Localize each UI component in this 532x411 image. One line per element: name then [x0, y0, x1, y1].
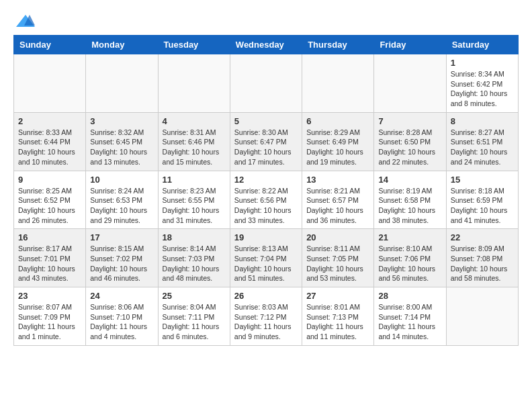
day-info: Sunrise: 8:23 AM Sunset: 6:55 PM Dayligh…	[163, 186, 226, 226]
day-info: Sunrise: 8:25 AM Sunset: 6:52 PM Dayligh…	[18, 186, 81, 226]
calendar-cell	[14, 54, 86, 113]
calendar-cell: 20Sunrise: 8:11 AM Sunset: 7:05 PM Dayli…	[302, 229, 374, 287]
header	[13, 13, 519, 28]
day-info: Sunrise: 8:13 AM Sunset: 7:04 PM Dayligh…	[234, 244, 298, 283]
calendar-cell: 1Sunrise: 8:34 AM Sunset: 6:42 PM Daylig…	[446, 54, 518, 113]
day-info: Sunrise: 8:19 AM Sunset: 6:58 PM Dayligh…	[378, 186, 441, 226]
calendar-cell: 21Sunrise: 8:10 AM Sunset: 7:06 PM Dayli…	[374, 229, 446, 287]
calendar-cell: 3Sunrise: 8:32 AM Sunset: 6:45 PM Daylig…	[86, 112, 158, 171]
day-info: Sunrise: 8:04 AM Sunset: 7:11 PM Dayligh…	[163, 302, 226, 342]
day-number: 6	[306, 116, 369, 126]
day-number: 10	[90, 175, 153, 185]
day-number: 28	[378, 291, 441, 301]
day-info: Sunrise: 8:14 AM Sunset: 7:03 PM Dayligh…	[163, 244, 226, 283]
day-number: 12	[234, 175, 298, 185]
day-number: 19	[234, 232, 298, 242]
calendar-cell: 18Sunrise: 8:14 AM Sunset: 7:03 PM Dayli…	[158, 229, 230, 287]
day-number: 22	[451, 232, 514, 242]
calendar-cell: 11Sunrise: 8:23 AM Sunset: 6:55 PM Dayli…	[158, 171, 230, 229]
day-info: Sunrise: 8:22 AM Sunset: 6:56 PM Dayligh…	[234, 186, 298, 226]
calendar-cell: 16Sunrise: 8:17 AM Sunset: 7:01 PM Dayli…	[14, 229, 86, 287]
day-info: Sunrise: 8:29 AM Sunset: 6:49 PM Dayligh…	[306, 128, 369, 167]
calendar-row-3: 16Sunrise: 8:17 AM Sunset: 7:01 PM Dayli…	[14, 229, 519, 287]
weekday-header-sunday: Sunday	[14, 36, 86, 54]
calendar-cell: 8Sunrise: 8:27 AM Sunset: 6:51 PM Daylig…	[446, 112, 518, 171]
calendar-table: SundayMondayTuesdayWednesdayThursdayFrid…	[13, 35, 519, 346]
calendar-cell: 6Sunrise: 8:29 AM Sunset: 6:49 PM Daylig…	[302, 112, 374, 171]
calendar-cell: 17Sunrise: 8:15 AM Sunset: 7:02 PM Dayli…	[86, 229, 158, 287]
day-number: 18	[163, 232, 226, 242]
day-info: Sunrise: 8:17 AM Sunset: 7:01 PM Dayligh…	[18, 244, 81, 283]
day-number: 21	[378, 232, 441, 242]
day-number: 27	[306, 291, 369, 301]
calendar-row-1: 2Sunrise: 8:33 AM Sunset: 6:44 PM Daylig…	[14, 112, 519, 171]
day-info: Sunrise: 8:33 AM Sunset: 6:44 PM Dayligh…	[18, 128, 81, 167]
calendar-cell: 23Sunrise: 8:07 AM Sunset: 7:09 PM Dayli…	[14, 287, 86, 346]
calendar-cell	[446, 287, 518, 346]
day-number: 5	[234, 116, 298, 126]
day-number: 13	[306, 175, 369, 185]
day-number: 20	[306, 232, 369, 242]
calendar-cell: 26Sunrise: 8:03 AM Sunset: 7:12 PM Dayli…	[230, 287, 302, 346]
day-info: Sunrise: 8:31 AM Sunset: 6:46 PM Dayligh…	[163, 128, 226, 167]
weekday-header-saturday: Saturday	[446, 36, 518, 54]
day-info: Sunrise: 8:01 AM Sunset: 7:13 PM Dayligh…	[306, 302, 369, 342]
day-number: 11	[163, 175, 226, 185]
day-info: Sunrise: 8:27 AM Sunset: 6:51 PM Dayligh…	[451, 128, 514, 167]
calendar-cell: 24Sunrise: 8:06 AM Sunset: 7:10 PM Dayli…	[86, 287, 158, 346]
day-info: Sunrise: 8:30 AM Sunset: 6:47 PM Dayligh…	[234, 128, 298, 167]
day-number: 25	[163, 291, 226, 301]
calendar-cell: 14Sunrise: 8:19 AM Sunset: 6:58 PM Dayli…	[374, 171, 446, 229]
day-number: 26	[234, 291, 298, 301]
day-number: 24	[90, 291, 153, 301]
day-number: 23	[18, 291, 81, 301]
calendar-cell: 2Sunrise: 8:33 AM Sunset: 6:44 PM Daylig…	[14, 112, 86, 171]
day-number: 1	[451, 58, 514, 68]
day-number: 16	[18, 232, 81, 242]
day-info: Sunrise: 8:28 AM Sunset: 6:50 PM Dayligh…	[378, 128, 441, 167]
day-info: Sunrise: 8:21 AM Sunset: 6:57 PM Dayligh…	[306, 186, 369, 226]
weekday-header-wednesday: Wednesday	[230, 36, 302, 54]
calendar-cell: 15Sunrise: 8:18 AM Sunset: 6:59 PM Dayli…	[446, 171, 518, 229]
day-info: Sunrise: 8:07 AM Sunset: 7:09 PM Dayligh…	[18, 302, 81, 342]
day-info: Sunrise: 8:32 AM Sunset: 6:45 PM Dayligh…	[90, 128, 153, 167]
calendar-cell: 27Sunrise: 8:01 AM Sunset: 7:13 PM Dayli…	[302, 287, 374, 346]
weekday-header-thursday: Thursday	[302, 36, 374, 54]
calendar-row-4: 23Sunrise: 8:07 AM Sunset: 7:09 PM Dayli…	[14, 287, 519, 346]
weekday-header-monday: Monday	[86, 36, 158, 54]
day-number: 7	[378, 116, 441, 126]
day-number: 3	[90, 116, 153, 126]
logo-icon	[16, 13, 35, 28]
day-number: 4	[163, 116, 226, 126]
day-info: Sunrise: 8:34 AM Sunset: 6:42 PM Dayligh…	[451, 69, 514, 109]
calendar-header: SundayMondayTuesdayWednesdayThursdayFrid…	[14, 36, 519, 54]
day-info: Sunrise: 8:15 AM Sunset: 7:02 PM Dayligh…	[90, 244, 153, 283]
day-info: Sunrise: 8:18 AM Sunset: 6:59 PM Dayligh…	[451, 186, 514, 226]
day-number: 17	[90, 232, 153, 242]
day-info: Sunrise: 8:10 AM Sunset: 7:06 PM Dayligh…	[378, 244, 441, 283]
day-number: 14	[378, 175, 441, 185]
day-info: Sunrise: 8:06 AM Sunset: 7:10 PM Dayligh…	[90, 302, 153, 342]
calendar-cell	[158, 54, 230, 113]
calendar-cell: 10Sunrise: 8:24 AM Sunset: 6:53 PM Dayli…	[86, 171, 158, 229]
day-number: 2	[18, 116, 81, 126]
day-info: Sunrise: 8:09 AM Sunset: 7:08 PM Dayligh…	[451, 244, 514, 283]
calendar-cell	[86, 54, 158, 113]
calendar-cell: 13Sunrise: 8:21 AM Sunset: 6:57 PM Dayli…	[302, 171, 374, 229]
calendar-cell: 9Sunrise: 8:25 AM Sunset: 6:52 PM Daylig…	[14, 171, 86, 229]
day-info: Sunrise: 8:11 AM Sunset: 7:05 PM Dayligh…	[306, 244, 369, 283]
weekday-header-tuesday: Tuesday	[158, 36, 230, 54]
calendar-cell: 25Sunrise: 8:04 AM Sunset: 7:11 PM Dayli…	[158, 287, 230, 346]
day-info: Sunrise: 8:03 AM Sunset: 7:12 PM Dayligh…	[234, 302, 298, 342]
calendar-cell	[374, 54, 446, 113]
day-info: Sunrise: 8:00 AM Sunset: 7:14 PM Dayligh…	[378, 302, 441, 342]
calendar-row-2: 9Sunrise: 8:25 AM Sunset: 6:52 PM Daylig…	[14, 171, 519, 229]
calendar-cell: 5Sunrise: 8:30 AM Sunset: 6:47 PM Daylig…	[230, 112, 302, 171]
day-number: 15	[451, 175, 514, 185]
calendar-cell: 7Sunrise: 8:28 AM Sunset: 6:50 PM Daylig…	[374, 112, 446, 171]
day-number: 8	[451, 116, 514, 126]
calendar-cell: 28Sunrise: 8:00 AM Sunset: 7:14 PM Dayli…	[374, 287, 446, 346]
calendar-row-0: 1Sunrise: 8:34 AM Sunset: 6:42 PM Daylig…	[14, 54, 519, 113]
day-number: 9	[18, 175, 81, 185]
calendar-cell: 19Sunrise: 8:13 AM Sunset: 7:04 PM Dayli…	[230, 229, 302, 287]
